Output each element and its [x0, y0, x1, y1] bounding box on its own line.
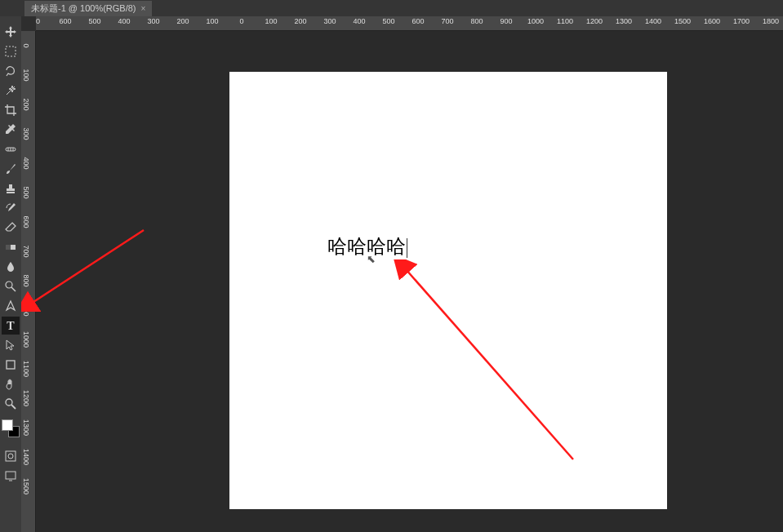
svg-point-7 [6, 282, 12, 288]
ruler-tick: 600 [412, 17, 424, 25]
ruler-tick: 1100 [22, 361, 30, 377]
pen-icon[interactable] [2, 297, 20, 315]
screenmode-icon[interactable] [2, 467, 20, 485]
ruler-tick: 200 [22, 98, 30, 110]
ruler-tick: 1400 [645, 17, 661, 25]
workspace: 0060050040030020010001002003004005006007… [21, 16, 783, 532]
ruler-tick: 700 [441, 17, 453, 25]
dodge-icon[interactable] [2, 277, 20, 295]
ruler-tick: 1000 [22, 331, 30, 348]
marquee-icon[interactable] [2, 42, 20, 60]
cursor-icon: ⬉ [367, 253, 376, 265]
path-select-icon[interactable] [2, 336, 20, 354]
quickmask-icon[interactable] [2, 447, 20, 465]
ruler-tick: 400 [118, 17, 130, 25]
ruler-tick: 1400 [22, 449, 30, 465]
ruler-tick: 300 [147, 17, 159, 25]
move-icon[interactable] [2, 23, 20, 41]
ruler-tick: 800 [22, 274, 30, 286]
ruler-tick: 100 [206, 17, 218, 25]
blur-icon[interactable] [2, 258, 20, 276]
stamp-icon[interactable] [2, 180, 20, 197]
type-icon[interactable]: T [2, 317, 20, 335]
ruler-tick: 200 [294, 17, 306, 25]
tab-title: 未标题-1 @ 100%(RGB/8) [31, 2, 136, 15]
ruler-tick: 400 [22, 157, 30, 169]
ruler-tick: 0 [239, 17, 243, 25]
ruler-tick: 1600 [704, 17, 720, 25]
svg-point-11 [6, 399, 12, 406]
svg-line-8 [11, 287, 16, 291]
ruler-tick: 1300 [22, 419, 30, 436]
svg-rect-13 [6, 451, 16, 461]
text-caret [407, 238, 407, 258]
ruler-tick: 1200 [22, 390, 30, 406]
ruler-tick: 1300 [616, 17, 632, 25]
ruler-tick: 0 [22, 43, 30, 47]
svg-rect-15 [6, 472, 16, 479]
ruler-tick: 500 [22, 186, 30, 198]
ruler-tick: 600 [59, 17, 71, 25]
heal-icon[interactable] [2, 140, 20, 158]
ruler-tick: 100 [22, 69, 30, 81]
ruler-tick: 900 [22, 304, 30, 316]
ruler-tick: 1700 [733, 17, 750, 25]
ruler-tick: 500 [88, 17, 100, 25]
svg-rect-10 [7, 361, 15, 369]
eraser-icon[interactable] [2, 219, 20, 237]
svg-text:T: T [7, 320, 15, 332]
ruler-tick: 00 [36, 17, 40, 25]
brush-icon[interactable] [2, 160, 20, 178]
history-brush-icon[interactable] [2, 199, 20, 217]
canvas[interactable]: 哈哈哈哈 ⬉ [229, 72, 667, 509]
ruler-tick: 100 [265, 17, 277, 25]
zoom-icon[interactable] [2, 395, 20, 413]
ruler-tick: 800 [470, 17, 483, 25]
eyedropper-icon[interactable] [2, 121, 20, 139]
ruler-tick: 300 [22, 127, 30, 140]
color-swatches[interactable] [2, 419, 20, 446]
ruler-tick: 900 [500, 17, 512, 25]
ruler-tick: 300 [323, 17, 336, 25]
gradient-icon[interactable] [2, 238, 20, 256]
svg-line-12 [11, 405, 16, 409]
ruler-tick: 1000 [527, 17, 544, 25]
close-icon[interactable]: × [141, 4, 146, 13]
toolbar: T [0, 16, 21, 532]
svg-point-14 [8, 454, 13, 459]
ruler-tick: 600 [22, 215, 30, 228]
ruler-tick: 500 [382, 17, 394, 25]
ruler-tick: 1800 [763, 17, 779, 25]
ruler-tick: 200 [176, 17, 189, 25]
ruler-horizontal[interactable]: 0060050040030020010001002003004005006007… [36, 16, 783, 31]
lasso-icon[interactable] [2, 62, 20, 80]
crop-icon[interactable] [2, 101, 20, 119]
hand-icon[interactable] [2, 375, 20, 393]
ruler-tick: 1500 [22, 478, 30, 494]
document-tab[interactable]: 未标题-1 @ 100%(RGB/8) × [24, 1, 152, 16]
svg-rect-0 [6, 47, 16, 56]
tab-bar: 未标题-1 @ 100%(RGB/8) × [0, 0, 783, 16]
ruler-tick: 1100 [557, 17, 573, 25]
ruler-tick: 1200 [586, 17, 603, 25]
ruler-tick: 1500 [674, 17, 691, 25]
svg-rect-6 [6, 245, 11, 250]
ruler-tick: 400 [353, 17, 365, 25]
canvas-viewport[interactable]: 哈哈哈哈 ⬉ [36, 31, 783, 532]
foreground-swatch[interactable] [2, 419, 13, 431]
shape-icon[interactable] [2, 356, 20, 374]
wand-icon[interactable] [2, 82, 20, 100]
ruler-vertical[interactable]: 0100200300400500600700800900100011001200… [21, 31, 36, 532]
ruler-tick: 700 [22, 245, 30, 257]
